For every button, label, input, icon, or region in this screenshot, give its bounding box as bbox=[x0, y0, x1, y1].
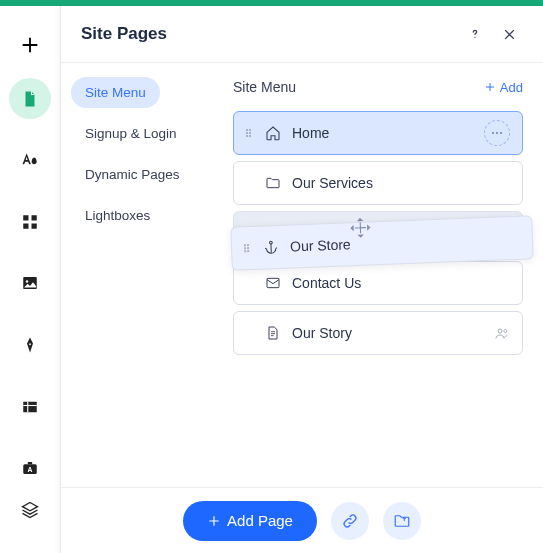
page-row-our-services[interactable]: Our Services bbox=[233, 161, 523, 205]
pages-rail-button[interactable] bbox=[9, 78, 51, 120]
svg-rect-1 bbox=[32, 215, 37, 220]
svg-rect-7 bbox=[23, 401, 37, 412]
data-rail-button[interactable] bbox=[9, 386, 51, 428]
add-page-button[interactable]: Add Page bbox=[183, 501, 317, 541]
sidemenu-item-lightboxes[interactable]: Lightboxes bbox=[71, 200, 164, 231]
media-rail-button[interactable] bbox=[9, 263, 51, 305]
anchor-icon bbox=[262, 239, 281, 256]
page-icon bbox=[21, 90, 39, 108]
drag-handle-icon[interactable] bbox=[244, 244, 252, 252]
svg-point-13 bbox=[492, 132, 494, 134]
sidemenu-item-dynamic-pages[interactable]: Dynamic Pages bbox=[71, 159, 194, 190]
svg-point-19 bbox=[504, 330, 507, 333]
more-horizontal-icon bbox=[490, 126, 504, 140]
page-label: Contact Us bbox=[292, 275, 510, 291]
doc-icon bbox=[264, 325, 282, 341]
svg-rect-17 bbox=[267, 278, 279, 287]
pages-list: Home Our Services bbox=[233, 111, 523, 361]
page-label: Home bbox=[292, 125, 484, 141]
help-icon bbox=[467, 26, 483, 42]
svg-rect-11 bbox=[28, 462, 33, 464]
svg-point-15 bbox=[500, 132, 502, 134]
panel-header: Site Pages bbox=[61, 6, 543, 62]
page-more-button[interactable] bbox=[484, 120, 510, 146]
move-cursor-icon bbox=[349, 216, 372, 239]
link-button[interactable] bbox=[331, 502, 369, 540]
link-icon bbox=[341, 512, 359, 530]
svg-point-14 bbox=[496, 132, 498, 134]
theme-rail-button[interactable] bbox=[9, 139, 51, 181]
side-menu: Site Menu Signup & Login Dynamic Pages L… bbox=[61, 63, 221, 487]
page-label: Our Services bbox=[292, 175, 510, 191]
folder-plus-icon bbox=[393, 512, 411, 530]
image-icon bbox=[21, 274, 39, 292]
main-area: A Site Pages Site Menu Signup & Login Dy… bbox=[0, 6, 543, 553]
svg-point-5 bbox=[26, 281, 28, 283]
drag-handle-icon[interactable] bbox=[246, 129, 254, 137]
pen-nib-icon bbox=[21, 336, 39, 354]
svg-point-18 bbox=[498, 329, 502, 333]
plus-icon bbox=[207, 514, 221, 528]
grid-icon bbox=[21, 213, 39, 231]
panel-body: Site Menu Signup & Login Dynamic Pages L… bbox=[61, 62, 543, 487]
close-button[interactable] bbox=[495, 20, 523, 48]
add-page-label: Add Page bbox=[227, 512, 293, 529]
mail-icon bbox=[264, 275, 282, 291]
folder-icon bbox=[264, 175, 282, 191]
page-row-home[interactable]: Home bbox=[233, 111, 523, 155]
panel-footer: Add Page bbox=[61, 487, 543, 553]
content-head: Site Menu Add bbox=[233, 79, 523, 95]
svg-rect-0 bbox=[23, 215, 28, 220]
briefcase-a-icon: A bbox=[21, 459, 39, 477]
sidemenu-item-signup-login[interactable]: Signup & Login bbox=[71, 118, 191, 149]
store-rail-button[interactable]: A bbox=[9, 447, 51, 489]
table-icon bbox=[21, 398, 39, 416]
left-rail: A bbox=[0, 6, 60, 553]
members-badge-icon bbox=[494, 325, 510, 341]
site-pages-panel: Site Pages Site Menu Signup & Login Dyna… bbox=[60, 6, 543, 553]
svg-point-16 bbox=[270, 241, 273, 244]
page-label: Our Story bbox=[292, 325, 494, 341]
apps-rail-button[interactable] bbox=[9, 201, 51, 243]
pen-rail-button[interactable] bbox=[9, 324, 51, 366]
plus-icon bbox=[19, 34, 41, 56]
home-icon bbox=[264, 125, 282, 141]
svg-point-6 bbox=[29, 343, 31, 345]
page-row-our-story[interactable]: Our Story bbox=[233, 311, 523, 355]
svg-text:A: A bbox=[28, 466, 33, 473]
svg-rect-2 bbox=[23, 223, 28, 228]
font-drop-icon bbox=[20, 150, 40, 170]
close-icon bbox=[502, 27, 517, 42]
sidemenu-item-site-menu[interactable]: Site Menu bbox=[71, 77, 160, 108]
add-link-label: Add bbox=[500, 80, 523, 95]
page-label: Our Store bbox=[290, 230, 520, 255]
plus-icon bbox=[484, 81, 496, 93]
folder-button[interactable] bbox=[383, 502, 421, 540]
add-link[interactable]: Add bbox=[484, 80, 523, 95]
layers-rail-button[interactable] bbox=[9, 489, 51, 531]
add-button[interactable] bbox=[9, 24, 51, 66]
help-button[interactable] bbox=[461, 20, 489, 48]
svg-rect-3 bbox=[32, 223, 37, 228]
layers-icon bbox=[20, 500, 40, 520]
panel-title: Site Pages bbox=[81, 24, 461, 44]
content-area: Site Menu Add Home bbox=[221, 63, 543, 487]
content-title: Site Menu bbox=[233, 79, 484, 95]
